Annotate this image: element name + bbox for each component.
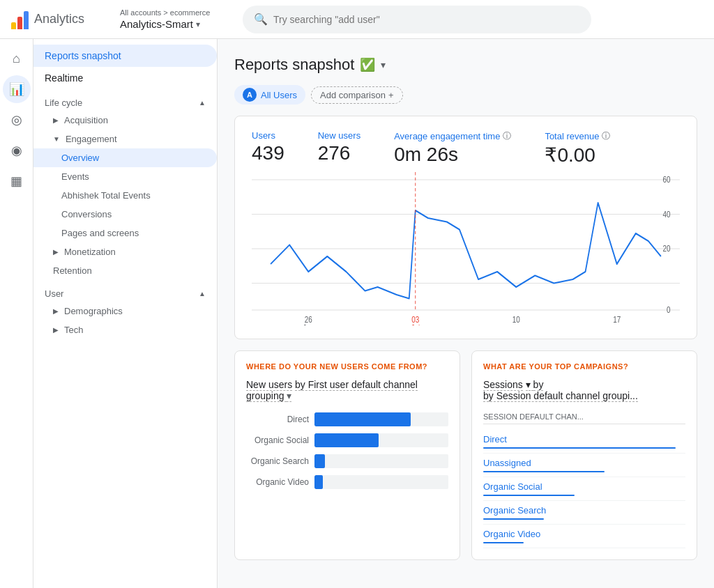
stat-new-users: New users 276 (318, 130, 360, 164)
bar-track-organic-social (314, 433, 448, 447)
stat-avg-engagement: Average engagement time ⓘ 0m 26s (394, 130, 511, 166)
sidebar-item-demographics[interactable]: ▶ Demographics (33, 302, 217, 320)
table-row-direct[interactable]: Direct (483, 430, 685, 454)
bar-row-organic-social: Organic Social (246, 433, 448, 447)
bar-row-organic-search: Organic Search (246, 454, 448, 468)
add-comparison-button[interactable]: Add comparison + (311, 86, 403, 104)
acquisition-expand-icon: ▶ (53, 116, 59, 124)
all-users-filter[interactable]: A All Users (234, 85, 305, 105)
user-section-label: User (45, 288, 63, 299)
bar-row-direct: Direct (246, 412, 448, 426)
lifecycle-label: Life cycle (45, 98, 82, 108)
monetization-label: Monetization (64, 247, 116, 257)
avg-engagement-label: Average engagement time ⓘ (394, 130, 511, 142)
svg-text:60: 60 (662, 175, 670, 184)
sidebar-item-monetization[interactable]: ▶ Monetization (33, 242, 217, 261)
sidebar-item-abhishek-events[interactable]: Abhishek Total Events (33, 186, 217, 205)
sidebar-icon-table[interactable]: ▦ (3, 167, 31, 195)
campaigns-section: WHAT ARE YOUR TOP CAMPAIGNS? Sessions ▾ … (471, 350, 697, 560)
bar-fill-organic-social (314, 433, 379, 447)
stat-revenue: Total revenue ⓘ ₹0.00 (545, 130, 610, 167)
new-users-section-subtitle: New users by First user default channel … (246, 379, 448, 401)
table-row-label-organic-video: Organic Video (483, 529, 685, 539)
realtime-label: Realtime (45, 72, 83, 84)
sidebar-item-tech[interactable]: ▶ Tech (33, 320, 217, 339)
campaigns-section-title: WHAT ARE YOUR TOP CAMPAIGNS? (483, 362, 685, 371)
sidebar-item-overview[interactable]: Overview (33, 148, 217, 167)
conversions-label: Conversions (61, 209, 112, 219)
sidebar-item-pages-screens[interactable]: Pages and screens (33, 224, 217, 242)
sidebar-icon-explore[interactable]: ◎ (3, 106, 31, 134)
sidebar-item-conversions[interactable]: Conversions (33, 205, 217, 224)
campaigns-section-subtitle: Sessions ▾ by by Session default channel… (483, 379, 685, 401)
table-row-label-organic-social: Organic Social (483, 481, 685, 492)
chevron-down-icon: ▾ (196, 20, 200, 29)
new-users-label: New users (318, 130, 360, 141)
svg-text:40: 40 (662, 210, 670, 219)
abhishek-events-label: Abhishek Total Events (61, 190, 151, 201)
sessions-dropdown[interactable]: ▾ (526, 379, 533, 391)
account-selector[interactable]: Analytics-Smart ▾ (120, 18, 231, 30)
logo-icon (11, 10, 29, 29)
sidebar-icon-advertising[interactable]: ◉ (3, 137, 31, 164)
reports-snapshot-label: Reports snapshot (45, 50, 121, 61)
user-collapse-icon[interactable]: ▲ (199, 290, 206, 297)
sidebar-item-reports-snapshot[interactable]: Reports snapshot (33, 45, 217, 67)
bar-fill-direct (314, 412, 411, 426)
channel-grouping-dropdown[interactable]: ▾ (287, 390, 291, 402)
new-users-section-title: WHERE DO YOUR NEW USERS COME FROM? (246, 362, 448, 371)
filter-bar: A All Users Add comparison + (234, 85, 697, 105)
svg-text:10: 10 (512, 315, 520, 324)
sidebar-icons: ⌂ 📊 ◎ ◉ ▦ (0, 39, 33, 588)
add-comparison-label: Add comparison (320, 90, 386, 100)
sidebar-item-realtime[interactable]: Realtime (33, 67, 217, 89)
table-row-organic-video[interactable]: Organic Video (483, 525, 685, 548)
sidebar-item-engagement[interactable]: ▼ Engagement (33, 130, 217, 148)
table-row-label-unassigned: Unassigned (483, 458, 685, 468)
table-row-label-direct: Direct (483, 434, 685, 444)
line-chart: 60 40 20 0 26 Jun 03 Jul 10 17 (252, 172, 680, 325)
avg-engagement-info-icon[interactable]: ⓘ (503, 130, 511, 142)
lifecycle-collapse-icon[interactable]: ▲ (199, 99, 206, 107)
new-users-value: 276 (318, 142, 360, 164)
sidebar-item-retention[interactable]: Retention (33, 261, 217, 280)
engagement-expand-icon: ▼ (53, 135, 60, 143)
bar-row-organic-video: Organic Video (246, 475, 448, 489)
bar-label-direct: Direct (246, 415, 309, 424)
app-title: Analytics (34, 12, 84, 26)
sessions-by: by (533, 379, 544, 391)
table-row-organic-social[interactable]: Organic Social (483, 477, 685, 501)
verified-icon: ✅ (360, 57, 375, 72)
bar-track-direct (314, 412, 448, 426)
search-input[interactable] (273, 14, 580, 25)
demographics-expand-icon: ▶ (53, 307, 59, 315)
bar-fill-organic-video (314, 475, 323, 489)
users-label: Users (252, 130, 284, 141)
events-label: Events (61, 171, 89, 182)
sidebar-item-events[interactable]: Events (33, 167, 217, 186)
page-header: Reports snapshot ✅ ▾ (234, 56, 697, 74)
page-title: Reports snapshot (234, 56, 354, 74)
content-area: Reports snapshot ✅ ▾ A All Users Add com… (218, 39, 714, 588)
avg-engagement-value: 0m 26s (394, 144, 511, 166)
monetization-expand-icon: ▶ (53, 248, 59, 256)
table-row-organic-search[interactable]: Organic Search (483, 501, 685, 525)
retention-label: Retention (53, 265, 92, 276)
sidebar-icon-home[interactable]: ⌂ (3, 45, 31, 72)
search-bar[interactable]: 🔍 (243, 6, 591, 33)
sidebar-item-acquisition[interactable]: ▶ Acquisition (33, 111, 217, 130)
svg-text:Jun: Jun (303, 323, 314, 325)
revenue-info-icon[interactable]: ⓘ (602, 130, 610, 142)
pages-screens-label: Pages and screens (61, 228, 139, 238)
table-row-bar-organic-social (483, 495, 575, 496)
sidebar-icon-reports[interactable]: 📊 (3, 75, 31, 103)
table-row-bar-direct (483, 447, 676, 449)
revenue-value: ₹0.00 (545, 144, 610, 167)
add-icon: + (388, 90, 394, 100)
table-row-bar-organic-video (483, 542, 524, 543)
table-row-unassigned[interactable]: Unassigned (483, 454, 685, 477)
users-value: 439 (252, 142, 284, 164)
page-dropdown-icon[interactable]: ▾ (381, 59, 386, 70)
acquisition-label: Acquisition (64, 115, 108, 125)
search-icon: 🔍 (254, 13, 268, 26)
